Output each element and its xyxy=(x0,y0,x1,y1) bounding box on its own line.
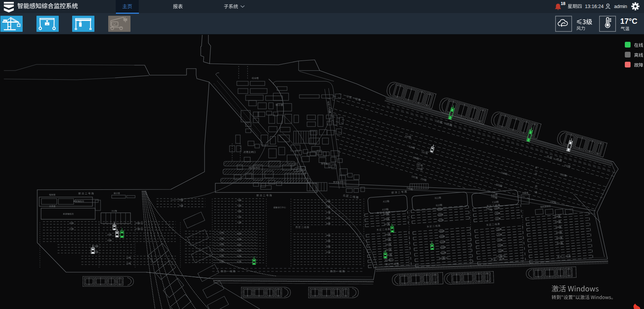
svg-text:18: 18 xyxy=(561,1,565,6)
svg-text:17°C: 17°C xyxy=(620,17,637,25)
svg-text:admin: admin xyxy=(614,4,627,9)
svg-text:13:16:24: 13:16:24 xyxy=(585,4,604,9)
